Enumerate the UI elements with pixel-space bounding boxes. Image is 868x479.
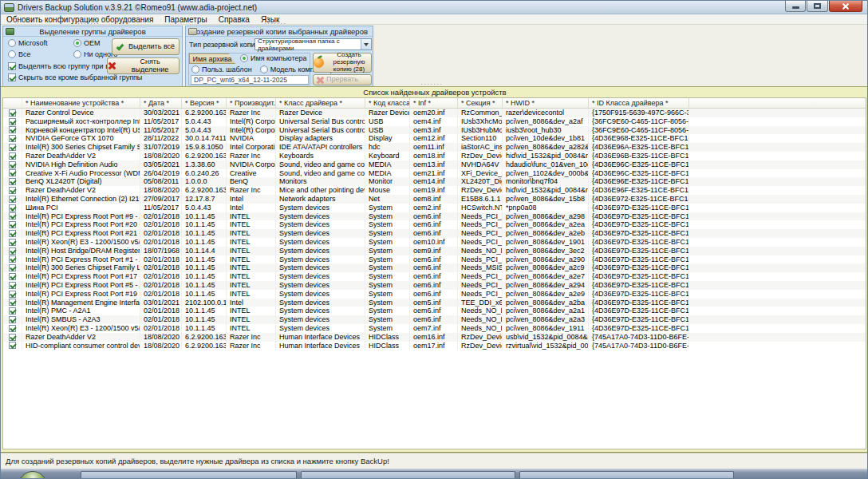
- table-row[interactable]: Intel(R) Host Bridge/DRAM Registers - 3E…: [3, 247, 866, 255]
- cell-3: 1.0.0.0: [182, 177, 227, 186]
- group-radio-1[interactable]: Microsoft: [8, 39, 73, 47]
- table-row[interactable]: Intel(R) Xeon(R) E3 - 1200/1500 v5/6th G…: [3, 238, 866, 247]
- row-checkbox[interactable]: [3, 272, 22, 281]
- row-checkbox[interactable]: [3, 315, 22, 324]
- table-row[interactable]: BenQ XL2420T (Digital)05/08/20111.0.0.0B…: [3, 177, 866, 186]
- table-row[interactable]: Intel(R) PCI Express Root Port #9 - A298…: [3, 212, 866, 221]
- cell-1: Intel(R) SMBUS - A2A3: [22, 315, 140, 324]
- row-checkbox[interactable]: [3, 255, 22, 264]
- table-row[interactable]: Razer DeathAdder V218/08/20206.2.9200.16…: [3, 186, 866, 195]
- table-row[interactable]: Intel(R) 300 Series Chipset Family LPC C…: [3, 263, 866, 272]
- table-row[interactable]: Расширяемый хост-контроллер Intel(R) USB…: [3, 117, 866, 126]
- column-header-3[interactable]: * Версия *: [182, 98, 227, 108]
- deselect-button[interactable]: Снять выделение: [107, 57, 180, 74]
- table-row[interactable]: Intel(R) 300 Series Chipset Family SATA …: [3, 143, 866, 152]
- archive-name-tab[interactable]: Имя архива: [189, 53, 235, 64]
- table-row[interactable]: NVIDIA GeForce GTX 107028/11/202230.0.14…: [3, 134, 866, 143]
- row-checkbox[interactable]: [3, 177, 22, 186]
- group-radio-3[interactable]: Все: [8, 50, 73, 58]
- column-header-6[interactable]: * Код класса *: [365, 98, 410, 108]
- column-header-4[interactable]: * Производит...: [227, 98, 276, 108]
- create-backup-button[interactable]: Создать резервную копию (28): [313, 53, 372, 73]
- table-row[interactable]: Корневой концентратор Intel(R) USB 3.011…: [3, 126, 866, 135]
- row-checkbox[interactable]: [3, 186, 22, 195]
- row-checkbox[interactable]: [3, 109, 22, 117]
- taskbar-button[interactable]: [81, 471, 297, 479]
- table-row[interactable]: Intel(R) Ethernet Connection (2) I219-V2…: [3, 195, 866, 204]
- cell-7: oem7.inf: [410, 324, 458, 333]
- abort-button[interactable]: Прервать: [313, 74, 372, 85]
- table-row[interactable]: Razer DeathAdder V218/08/20206.2.9200.16…: [3, 152, 866, 160]
- row-checkbox[interactable]: [3, 143, 22, 152]
- cell-4: Intel: [227, 195, 276, 204]
- select-all-button[interactable]: Выделить всё: [112, 38, 180, 55]
- column-header-5[interactable]: * Класс драйвера *: [276, 98, 365, 108]
- cell-1: BenQ XL2420T (Digital): [22, 177, 140, 186]
- row-checkbox[interactable]: [3, 263, 22, 272]
- table-row[interactable]: HID-compliant consumer control device18/…: [3, 342, 866, 350]
- close-button[interactable]: [829, 1, 862, 12]
- cell-6: System: [365, 315, 410, 324]
- table-row[interactable]: Intel(R) PMC - A2A102/01/201810.1.1.45IN…: [3, 307, 866, 315]
- menu-item-3[interactable]: Справка: [213, 14, 255, 25]
- column-header-1[interactable]: * Наименование устройства *: [22, 98, 140, 108]
- group-checkbox-2[interactable]: Скрыть все кроме выбранной группы: [8, 73, 142, 81]
- row-checkbox[interactable]: [3, 220, 22, 229]
- cell-9: pci\ven_8086&dev_a2a1: [503, 307, 589, 315]
- column-header-7[interactable]: * Inf *: [410, 98, 458, 108]
- row-checkbox[interactable]: [3, 247, 22, 255]
- table-row[interactable]: Intel(R) PCI Express Root Port #20 - A2E…: [3, 220, 866, 229]
- row-checkbox[interactable]: [3, 160, 22, 169]
- cell-2: 02/01/2018: [140, 255, 182, 264]
- table-row[interactable]: Intel(R) PCI Express Root Port #21 - A2E…: [3, 229, 866, 238]
- archive-radio-1[interactable]: Имя компьютера: [240, 54, 306, 62]
- table-row[interactable]: NVIDIA High Definition Audio03/05/20211.…: [3, 160, 866, 169]
- taskbar-button[interactable]: [519, 471, 734, 479]
- row-checkbox[interactable]: [3, 290, 22, 299]
- archive-name-input[interactable]: DP_PC_wnt6_x64_12-11-2025: [191, 75, 309, 85]
- checkbox-icon: [9, 307, 16, 315]
- row-checkbox[interactable]: [3, 152, 22, 160]
- cell-10: {4D36E96F-E325-11CE-BFC1-0800...: [589, 186, 689, 195]
- menu-item-2[interactable]: Параметры: [159, 14, 212, 25]
- row-checkbox[interactable]: [3, 117, 22, 126]
- column-header-9[interactable]: * HWID *: [503, 98, 589, 108]
- archive-radio-2[interactable]: Польз. шаблон: [191, 65, 252, 73]
- row-checkbox[interactable]: [3, 195, 22, 204]
- row-checkbox[interactable]: [3, 281, 22, 290]
- minimize-button[interactable]: [785, 1, 806, 12]
- row-checkbox[interactable]: [3, 169, 22, 178]
- radio-label: Имя компьютера: [251, 54, 306, 62]
- row-checkbox[interactable]: [3, 212, 22, 221]
- table-row[interactable]: Intel(R) PCI Express Root Port #19 - A2E…: [3, 290, 866, 299]
- group-radio-2[interactable]: OEM: [73, 39, 117, 47]
- cell-2: 11/05/2017: [140, 126, 182, 135]
- table-row[interactable]: Intel(R) PCI Express Root Port #17 - A2E…: [3, 272, 866, 281]
- column-header-8[interactable]: * Секция *: [458, 98, 503, 108]
- table-row[interactable]: Razer DeathAdder V218/08/20206.2.9200.16…: [3, 333, 866, 342]
- row-checkbox[interactable]: [3, 299, 22, 307]
- table-row[interactable]: Intel(R) PCI Express Root Port #5 - A294…: [3, 281, 866, 290]
- table-row[interactable]: Creative X-Fi Audio Processor (WDM)26/04…: [3, 169, 866, 178]
- row-checkbox[interactable]: [3, 333, 22, 342]
- table-row[interactable]: Intel(R) Management Engine Interface03/0…: [3, 299, 866, 307]
- table-row[interactable]: Razer Control Device30/03/20216.2.9200.1…: [3, 109, 866, 117]
- column-header-10[interactable]: * ID Класса драйвера *: [589, 98, 689, 108]
- start-orb-icon[interactable]: [18, 471, 47, 479]
- table-row[interactable]: Intel(R) SMBUS - A2A302/01/201810.1.1.45…: [3, 315, 866, 324]
- row-checkbox[interactable]: [3, 342, 22, 350]
- row-checkbox[interactable]: [3, 324, 22, 333]
- row-checkbox[interactable]: [3, 134, 22, 143]
- taskbar-button[interactable]: [301, 471, 515, 479]
- row-checkbox[interactable]: [3, 126, 22, 135]
- row-checkbox[interactable]: [3, 307, 22, 315]
- table-row[interactable]: Шина PCI11/05/20175.0.4.43IntelSystem de…: [3, 204, 866, 212]
- column-header-2[interactable]: * Дата *: [140, 98, 182, 108]
- row-checkbox[interactable]: [3, 229, 22, 238]
- row-checkbox[interactable]: [3, 238, 22, 247]
- backup-type-select[interactable]: Структурированная папка с драйверами: [254, 38, 372, 50]
- table-row[interactable]: Intel(R) Xeon(R) E3 - 1200/1500 v5/6th G…: [3, 324, 866, 333]
- table-row[interactable]: Intel(R) PCI Express Root Port #1 - A290…: [3, 255, 866, 264]
- maximize-button[interactable]: [807, 1, 828, 12]
- row-checkbox[interactable]: [3, 204, 22, 212]
